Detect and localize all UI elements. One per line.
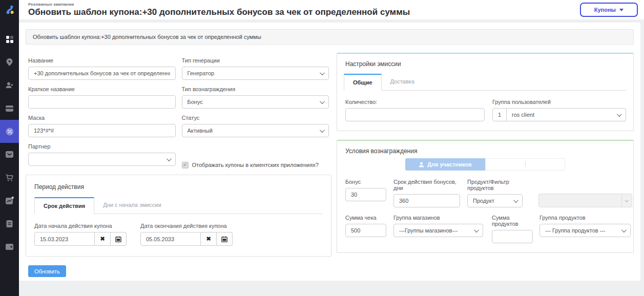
product-filter-select[interactable]: Продукт (467, 194, 523, 207)
partner-select[interactable] (28, 153, 176, 166)
emission-settings-title: Настройки эмиссии (344, 60, 627, 68)
segment-for-participants[interactable]: Для участников (405, 158, 485, 171)
calendar-icon (221, 236, 227, 242)
user-group-select[interactable]: ros client (507, 108, 626, 121)
chevron-down-icon (320, 128, 325, 133)
content-card: Обновить шаблон купона:+30 дополнительны… (19, 23, 640, 281)
bonus-label: Бонус (345, 179, 386, 185)
segment-secondary-label (525, 162, 526, 167)
start-date-clear-button[interactable]: ✖ (95, 232, 111, 246)
coupon-form-section: Название Тип генерации Генератор Краткое… (26, 53, 331, 277)
chevron-down-icon (619, 9, 624, 11)
sidebar-item-analytics[interactable] (0, 189, 19, 212)
short-name-label: Краткое название (28, 86, 176, 92)
status-select[interactable]: Активный (182, 124, 329, 137)
tab-validity-term[interactable]: Срок действия (34, 197, 94, 214)
coupons-menu-button[interactable]: Купоны (580, 3, 638, 17)
update-button[interactable]: Обновить (28, 265, 66, 277)
clear-x-icon: ✖ (100, 236, 105, 242)
end-date-calendar-button[interactable] (217, 232, 233, 246)
product-group-label: Группа продуктов (539, 215, 631, 221)
form-header-banner: Обновить шаблон купона:+30 дополнительны… (26, 29, 634, 45)
generation-type-select[interactable]: Генератор (182, 67, 329, 80)
quantity-input[interactable] (345, 108, 485, 121)
user-icon (419, 162, 424, 167)
name-label: Название (28, 57, 176, 64)
sidebar-item-messages[interactable] (0, 143, 19, 166)
product-search-value (539, 194, 621, 207)
emission-settings-panel: Настройки эмиссии Общие Доставка Количес… (337, 53, 634, 131)
check-sum-input[interactable] (345, 224, 386, 237)
product-filter-value: Продукт (473, 198, 513, 204)
dashboard-grid-icon (6, 35, 14, 44)
sidebar-item-clients[interactable] (0, 74, 19, 97)
start-date-input[interactable] (34, 232, 95, 246)
sidebar-item-coupons[interactable] (0, 120, 19, 143)
validity-period-box: Период действия Срок действия Дни с нача… (26, 175, 331, 257)
reward-conditions-title: Условия вознаграждения (344, 147, 627, 155)
coupons-button-label: Купоны (594, 7, 616, 13)
reward-type-select[interactable]: Бонус (182, 95, 329, 109)
end-date-input[interactable] (140, 232, 201, 246)
products-sum-input[interactable] (492, 230, 533, 243)
products-sum-label: Сумма продуктов (492, 215, 533, 227)
credit-card-icon (5, 105, 14, 112)
map-pin-icon (6, 58, 13, 67)
bonus-input[interactable] (345, 188, 386, 201)
check-sum-label: Сумма чека (345, 215, 386, 221)
tab-emission-delivery[interactable]: Доставка (382, 74, 423, 90)
banner-text: Обновить шаблон купона:+30 дополнительны… (33, 34, 261, 40)
users-icon (5, 81, 14, 89)
page-title: Обновить шаблон купона:+30 дополнительны… (28, 7, 410, 17)
chevron-down-icon (474, 227, 479, 232)
emission-tabs: Общие Доставка (344, 74, 627, 91)
right-panels: Настройки эмиссии Общие Доставка Количес… (337, 53, 634, 277)
user-group-count: 1 (492, 108, 507, 121)
app-logo[interactable] (0, 0, 19, 19)
start-date-label: Дата начала действия купона (34, 223, 127, 229)
reward-segments: Для участников (344, 158, 627, 171)
chevron-down-icon (625, 199, 629, 202)
calendar-icon (115, 236, 121, 242)
sidebar-item-wallet[interactable] (0, 235, 19, 258)
sidebar (0, 0, 19, 296)
chevron-down-icon (166, 156, 171, 161)
name-input[interactable] (28, 67, 176, 80)
shop-group-value: ---Группы магазинов--- (399, 227, 474, 234)
user-group-value: ros client (512, 112, 617, 118)
sidebar-item-cards[interactable] (0, 97, 19, 120)
reward-type-label: Тип вознаграждения (182, 86, 329, 92)
product-search-select-disabled[interactable] (538, 194, 632, 207)
start-date-group: Дата начала действия купона ✖ (34, 223, 127, 246)
tab-days-from-emission[interactable]: Дни с начала эмиссии (94, 197, 170, 214)
end-date-clear-button[interactable]: ✖ (201, 232, 217, 246)
shop-group-label: Группа магазинов (393, 215, 483, 221)
sidebar-item-reports[interactable] (0, 212, 19, 235)
tab-emission-general[interactable]: Общие (344, 74, 382, 91)
sidebar-item-dashboard[interactable] (0, 28, 19, 51)
segment-secondary[interactable] (485, 158, 565, 171)
chevron-down-icon (617, 112, 622, 117)
discount-badge-icon (5, 127, 14, 136)
chart-icon (5, 196, 14, 205)
bonus-validity-label: Срок действия бонусов, дни (393, 179, 460, 191)
show-coupons-checkbox-label: Отображать купоны в клиентских приложени… (192, 162, 319, 168)
cart-icon (5, 174, 14, 182)
chevron-down-icon (621, 227, 627, 232)
sidebar-item-locations[interactable] (0, 51, 19, 74)
sidebar-item-orders[interactable] (0, 166, 19, 189)
mask-input[interactable] (28, 124, 176, 137)
breadcrumb[interactable]: Рекламные кампании (28, 2, 410, 7)
end-date-label: Дата окончания действия купона (140, 223, 233, 229)
shop-group-select[interactable]: ---Группы магазинов--- (393, 224, 483, 237)
short-name-input[interactable] (28, 95, 176, 109)
bonus-validity-input[interactable] (393, 194, 460, 207)
show-coupons-checkbox[interactable]: ✔ (182, 162, 189, 168)
mask-label: Маска (28, 115, 176, 121)
start-date-calendar-button[interactable] (111, 232, 127, 246)
generation-type-value: Генератор (188, 70, 320, 76)
reward-conditions-panel: Условия вознаграждения Для участников (337, 140, 634, 253)
quantity-label: Количество: (345, 99, 485, 105)
product-group-select[interactable]: --- Группа продуктов --- (539, 224, 631, 237)
chevron-down-icon (513, 198, 518, 203)
